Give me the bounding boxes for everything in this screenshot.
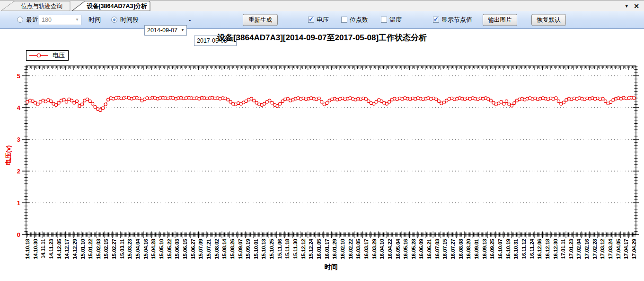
voltage-checkbox[interactable]: ✓	[308, 17, 314, 23]
svg-text:17.02.16: 17.02.16	[584, 239, 590, 259]
svg-text:16.10.07: 16.10.07	[497, 239, 503, 259]
svg-text:16.12.18: 16.12.18	[545, 239, 550, 259]
recent-count-value: 180	[42, 17, 52, 23]
svg-text:17.04.29: 17.04.29	[631, 239, 637, 259]
export-image-button[interactable]: 输出图片	[483, 14, 517, 26]
svg-text:14.12.05: 14.12.05	[56, 239, 62, 259]
series-voltage-points	[26, 96, 635, 112]
range-radio-label: 时间段	[120, 16, 139, 24]
temperature-checkbox[interactable]: ✓	[381, 17, 387, 23]
svg-text:15.01.10: 15.01.10	[80, 239, 86, 259]
svg-text:15.03.11: 15.03.11	[119, 239, 125, 259]
chart-plot-area: 012345电压(v)14.10.1814.10.3014.11.1114.11…	[0, 62, 644, 281]
date-range-separator: -	[189, 16, 191, 23]
show-node-values-checkbox-label: 显示节点值	[441, 16, 472, 24]
svg-text:15.06.03: 15.06.03	[174, 239, 180, 259]
close-icon[interactable]: ✕	[634, 3, 639, 9]
svg-text:15.11.30: 15.11.30	[292, 239, 298, 259]
x-axis-tick-labels: 14.10.1814.10.3014.11.1114.11.2314.12.05…	[25, 238, 637, 259]
svg-text:15.05.10: 15.05.10	[159, 239, 164, 259]
svg-text:15.06.27: 15.06.27	[190, 239, 196, 259]
svg-text:15.05.22: 15.05.22	[167, 239, 172, 259]
chart-legend: 电压	[26, 50, 69, 61]
y-axis-title: 电压(v)	[5, 145, 12, 165]
svg-text:15.03.23: 15.03.23	[127, 239, 132, 259]
svg-text:16.06.09: 16.06.09	[418, 239, 424, 259]
svg-text:15.10.01: 15.10.01	[253, 239, 259, 259]
range-radio[interactable]	[111, 17, 117, 23]
recent-unit-label: 时间	[88, 16, 101, 24]
svg-text:14.11.23: 14.11.23	[48, 239, 54, 259]
chevron-down-icon: ▼	[181, 28, 185, 32]
svg-text:15.04.16: 15.04.16	[143, 239, 149, 259]
temperature-checkbox-group: ✓ 温度	[381, 16, 402, 24]
svg-text:17.02.04: 17.02.04	[576, 238, 582, 259]
svg-text:15.09.07: 15.09.07	[238, 239, 243, 259]
svg-text:15.04.28: 15.04.28	[150, 239, 156, 259]
svg-text:16.01.29: 16.01.29	[332, 239, 337, 259]
svg-text:16.06.21: 16.06.21	[426, 239, 432, 259]
gridlines	[26, 76, 635, 203]
svg-text:17.04.17: 17.04.17	[623, 239, 629, 259]
svg-text:17.03.24: 17.03.24	[608, 238, 613, 259]
tab-list-dropdown-icon[interactable]: ▼	[624, 3, 629, 9]
svg-text:15.10.13: 15.10.13	[261, 239, 266, 259]
svg-text:5: 5	[17, 73, 20, 80]
y-axis-ticks	[22, 66, 639, 235]
svg-text:16.11.12: 16.11.12	[521, 239, 527, 259]
app-window: 位点与轨迹查询 设备[3864AD7A3]分析 ▼ ✕ 最近 180 ▼ 时间 …	[0, 0, 644, 281]
svg-text:16.08.20: 16.08.20	[466, 239, 471, 259]
svg-text:16.05.16: 16.05.16	[403, 239, 408, 259]
svg-text:14.10.30: 14.10.30	[33, 239, 38, 259]
points-checkbox[interactable]: ✓	[341, 17, 347, 23]
svg-text:17.01.23: 17.01.23	[568, 239, 574, 259]
svg-text:15.08.02: 15.08.02	[214, 239, 220, 259]
svg-text:15.11.18: 15.11.18	[284, 239, 290, 259]
plot-border	[26, 66, 636, 235]
svg-text:15.11.06: 15.11.06	[277, 239, 282, 259]
tab-device-analysis-label[interactable]: 设备[3864AD7A3]分析	[86, 3, 147, 9]
svg-text:16.05.04: 16.05.04	[395, 238, 401, 259]
svg-text:16.11.24: 16.11.24	[529, 238, 535, 259]
svg-text:15.06.15: 15.06.15	[182, 239, 188, 259]
svg-text:17.01.11: 17.01.11	[560, 239, 566, 259]
y-axis-labels: 012345	[17, 73, 21, 238]
regenerate-button[interactable]: 重新生成	[243, 14, 278, 26]
svg-text:0: 0	[17, 231, 20, 238]
recent-radio-label: 最近	[26, 16, 38, 24]
chevron-down-icon: ▼	[75, 18, 79, 22]
svg-text:16.04.22: 16.04.22	[387, 239, 393, 259]
svg-text:1: 1	[17, 199, 20, 207]
date-range-separator-wrap: -	[189, 16, 191, 23]
svg-text:14.11.11: 14.11.11	[40, 239, 46, 259]
chart-title: 设备[3864AD7A3][2014-09-07至2017-05-08]工作状态…	[0, 32, 644, 43]
svg-text:15.04.04: 15.04.04	[135, 238, 141, 259]
svg-text:16.05.28: 16.05.28	[411, 239, 416, 259]
legend-series-label: 电压	[53, 51, 65, 60]
tab-track-query-label[interactable]: 位点与轨迹查询	[21, 3, 62, 9]
svg-text:16.03.05: 16.03.05	[355, 239, 361, 259]
tab-bar-controls: ▼ ✕	[624, 0, 639, 11]
svg-text:14.12.17: 14.12.17	[64, 239, 70, 259]
svg-text:16.03.29: 16.03.29	[371, 239, 377, 259]
voltage-checkbox-group: ✓ 电压	[308, 16, 329, 24]
svg-text:16.02.10: 16.02.10	[340, 239, 345, 259]
svg-text:16.01.17: 16.01.17	[324, 239, 330, 259]
svg-text:17.04.05: 17.04.05	[616, 239, 621, 259]
svg-text:14.10.18: 14.10.18	[25, 239, 30, 259]
check-icon: ✓	[433, 16, 439, 23]
recent-radio-group: 最近	[17, 16, 38, 24]
svg-text:16.07.15: 16.07.15	[442, 239, 448, 259]
reset-default-button[interactable]: 恢复默认	[531, 14, 566, 26]
svg-text:3: 3	[17, 136, 20, 143]
tab-shapes: 位点与轨迹查询 设备[3864AD7A3]分析	[0, 0, 644, 11]
svg-text:15.01.22: 15.01.22	[88, 239, 93, 259]
svg-text:16.10.31: 16.10.31	[513, 239, 519, 259]
svg-text:16.12.30: 16.12.30	[553, 239, 558, 259]
svg-text:15.08.26: 15.08.26	[229, 239, 235, 259]
recent-count-combobox[interactable]: 180 ▼	[39, 15, 81, 25]
check-icon: ✓	[309, 16, 314, 23]
show-node-values-checkbox[interactable]: ✓	[433, 17, 439, 23]
svg-text:14.12.29: 14.12.29	[72, 239, 78, 259]
recent-radio[interactable]	[17, 17, 23, 23]
